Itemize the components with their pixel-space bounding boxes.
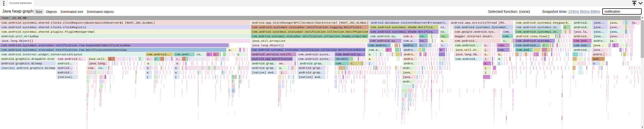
svg-text:andr…: andr… bbox=[403, 80, 412, 83]
svg-text:co…: co… bbox=[197, 53, 202, 56]
svg-text:com.android.syste…: com.android.syste… bbox=[298, 57, 330, 61]
svg-text:a: a bbox=[498, 57, 500, 61]
svg-text:android.graphics.drawable.Icon: android.graphics.drawable.Icon bbox=[2, 57, 54, 61]
svg-text:j…: j… bbox=[281, 71, 284, 74]
svg-text:java.util…: java.util… bbox=[89, 57, 106, 61]
svg-text:[native] and…: [native] and… bbox=[299, 75, 322, 79]
svg-text:java.util.Ar…: java.util.Ar… bbox=[456, 48, 478, 52]
svg-text:dagger.internal.Doubl…: dagger.internal.Doubl… bbox=[455, 35, 494, 38]
svg-text:com.android.…: com.android.… bbox=[147, 53, 170, 56]
svg-text:[: [ bbox=[614, 44, 615, 47]
svg-text:[: [ bbox=[498, 62, 500, 65]
svg-text:[native] android.graphics.Bitm: [native] android.graphics.Bitmap bbox=[2, 66, 55, 70]
svg-text:com.android.internal.widget.Co: com.android.internal.widget.Conversation… bbox=[2, 53, 83, 56]
svg-text:a: a bbox=[593, 62, 595, 65]
svg-text:com.android.sy…: com.android.sy… bbox=[336, 53, 363, 56]
svg-text:a: a bbox=[237, 53, 239, 56]
svg-text:com.android.systemui.shared.pl: com.android.systemui.shared.plugins.Plug… bbox=[2, 30, 95, 34]
svg-text:co…: co… bbox=[420, 39, 425, 43]
svg-text:java.lang.Object[]: java.lang.Object[] bbox=[2, 39, 33, 43]
svg-text:com.…: com.… bbox=[336, 62, 345, 65]
svg-text:java.la…: java.la… bbox=[574, 30, 588, 34]
svg-text:com…: com… bbox=[88, 66, 95, 70]
svg-text:com.android.…: com.android.… bbox=[455, 44, 478, 47]
svg-text:com.android.systemui.st…: com.android.systemui.st… bbox=[516, 30, 558, 34]
svg-text:a…: a… bbox=[485, 53, 488, 56]
svg-text:c…: c… bbox=[351, 62, 354, 65]
svg-text:android.grap…: android.grap… bbox=[252, 62, 275, 65]
svg-text:com.and…: com.and… bbox=[517, 48, 531, 52]
svg-text:android.service.notifi…: android.service.notifi… bbox=[252, 53, 293, 56]
svg-text:a: a bbox=[175, 71, 177, 74]
svg-text:android.grap…: android.grap… bbox=[252, 66, 275, 70]
svg-text:com.android.systemui.SystemUI…: com.android.systemui.SystemUI… bbox=[455, 26, 508, 29]
svg-text:andro…: andro… bbox=[594, 39, 604, 43]
svg-text:a: a bbox=[147, 62, 149, 65]
svg-text:com.android.systemui.shade.Not: com.android.systemui.shade.Notifica… bbox=[371, 26, 434, 29]
svg-text:com.a…: com.a… bbox=[404, 39, 414, 43]
svg-text:com.android…: com.android… bbox=[456, 57, 477, 61]
svg-text:a…: a… bbox=[441, 39, 445, 43]
svg-text:java…: java… bbox=[610, 26, 619, 29]
svg-text:c…: c… bbox=[503, 39, 507, 43]
svg-text:java…: java… bbox=[610, 30, 619, 34]
svg-text:c: c bbox=[565, 26, 566, 29]
svg-text:java…: java… bbox=[610, 21, 619, 25]
svg-text:java.lang…: java.lang… bbox=[89, 62, 107, 65]
svg-text:c…: c… bbox=[420, 44, 424, 47]
svg-text:a: a bbox=[147, 71, 149, 74]
svg-text:android.util.ArrayMap: android.util.ArrayMap bbox=[2, 35, 38, 38]
svg-text:com…: com… bbox=[498, 48, 505, 52]
svg-text:andro…: andro… bbox=[404, 44, 415, 47]
svg-text:java…: java… bbox=[403, 71, 412, 74]
svg-text:com.andr…: com.andr… bbox=[175, 53, 191, 56]
svg-text:[: [ bbox=[147, 75, 149, 79]
svg-text:android.…: android.… bbox=[58, 71, 72, 74]
svg-text:com.android.…: com.android.… bbox=[516, 44, 539, 47]
svg-text:com.a…: com.a… bbox=[404, 35, 414, 38]
svg-text:a: a bbox=[175, 66, 177, 70]
svg-text:andro…: andro… bbox=[593, 53, 604, 56]
svg-text:java.lang.Object[]: java.lang.Object[] bbox=[252, 44, 284, 47]
svg-text:co…: co… bbox=[440, 26, 446, 29]
svg-text:[native] and…: [native] and… bbox=[252, 71, 275, 74]
svg-text:com.android.sy…: com.android.sy… bbox=[370, 39, 397, 43]
svg-text:com.android.systemui.st…: com.android.systemui.st… bbox=[516, 26, 558, 29]
svg-text:a…: a… bbox=[229, 48, 232, 52]
svg-text:com.androi…: com.androi… bbox=[369, 44, 388, 47]
svg-text:com.a…: com.a… bbox=[369, 48, 379, 52]
svg-text:android.grap…: android.grap… bbox=[299, 66, 322, 70]
svg-text:co…: co… bbox=[420, 35, 425, 38]
svg-text:co…: co… bbox=[440, 30, 446, 34]
svg-text:android.app.Notification: android.app.Notification bbox=[252, 57, 292, 61]
svg-text:com.android.systemui.shared.cl: com.android.systemui.shared.clocks.Clock… bbox=[2, 26, 86, 29]
svg-text:com.androi…: com.androi… bbox=[336, 57, 349, 61]
svg-text:com.android.systemui.statusbar: com.android.systemui.statusbar.notificat… bbox=[252, 30, 368, 34]
svg-text:java.…: java.… bbox=[593, 48, 604, 52]
svg-text:android.grap…: android.grap… bbox=[299, 71, 322, 74]
svg-text:c: c bbox=[155, 57, 157, 61]
svg-text:c…: c… bbox=[176, 57, 180, 61]
svg-text:andro…: andro… bbox=[404, 53, 415, 56]
svg-text:andr…: andr… bbox=[403, 66, 412, 70]
svg-text:android.grap…: android.grap… bbox=[300, 62, 323, 65]
svg-text:android.app.StatsManager$PullA: android.app.StatsManager$PullAtomCallbac… bbox=[252, 21, 369, 25]
svg-text:j: j bbox=[485, 71, 487, 74]
svg-text:j…: j… bbox=[485, 57, 488, 61]
svg-text:com.android.systemui.shade.Not: com.android.systemui.shade.Notifica… bbox=[371, 30, 434, 34]
svg-text:a…: a… bbox=[485, 62, 488, 65]
svg-text:java.util.ArrayList: java.util.ArrayList bbox=[252, 39, 286, 43]
svg-text:com.android.systemui.statusbar: com.android.systemui.statusbar.notificat… bbox=[2, 44, 130, 47]
svg-text:android…: android… bbox=[574, 35, 588, 38]
svg-text:a: a bbox=[369, 53, 371, 56]
svg-text:com…: com… bbox=[503, 30, 510, 34]
svg-text:java.lang.Ob…: java.lang.Ob… bbox=[456, 53, 478, 56]
svg-text:a: a bbox=[147, 66, 149, 70]
svg-text:c: c bbox=[387, 48, 389, 52]
svg-text:com.android.i…: com.android.i… bbox=[58, 57, 83, 61]
svg-text:andro…: andro… bbox=[404, 62, 415, 65]
svg-text:android.…: android.… bbox=[58, 62, 72, 65]
svg-text:com.android.sy…: com.android.sy… bbox=[370, 35, 397, 38]
svg-text:[: [ bbox=[369, 62, 371, 65]
svg-text:com…: com… bbox=[503, 35, 510, 38]
